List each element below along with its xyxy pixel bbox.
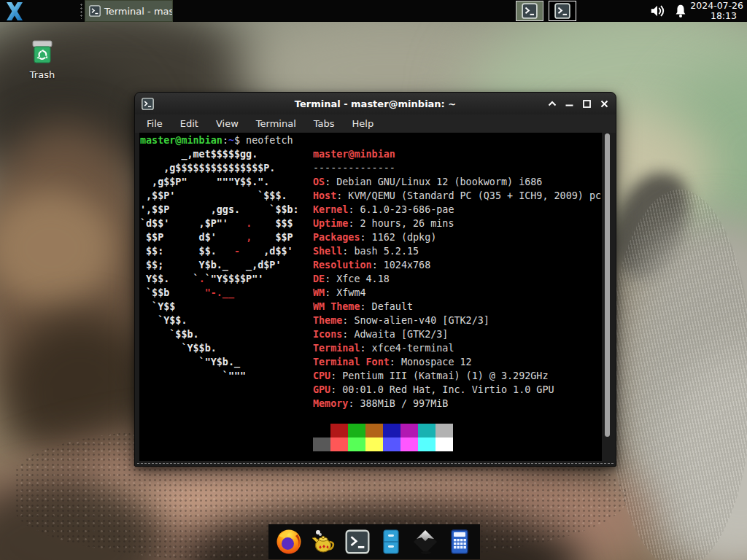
prompt-command: neofetch (240, 135, 293, 146)
neofetch-info-line: Theme: Snow-alien-v40 [GTK2/3] (313, 314, 601, 327)
tray-terminal-2[interactable] (549, 1, 576, 21)
palette-swatch (365, 438, 383, 451)
shell-prompt: master@minbian:~$ neofetch (140, 133, 293, 147)
neofetch-ascii-logo: _,met$$$$$gg. ,g$$$$$$$$$$$$$$$P. ,g$$P"… (140, 147, 299, 383)
neofetch-header: master@minbian (313, 147, 601, 161)
menu-file[interactable]: File (138, 114, 171, 133)
neofetch-info-line: WM Theme: Default (313, 300, 601, 314)
palette-swatch (400, 424, 418, 438)
neofetch-info-line: Uptime: 2 hours, 26 mins (313, 217, 601, 230)
menu-view[interactable]: View (207, 114, 247, 133)
menu-help[interactable]: Help (344, 114, 383, 133)
close-button[interactable] (599, 98, 610, 109)
shade-button[interactable] (546, 98, 557, 109)
clock-date: 2024-07-26 (690, 1, 743, 11)
tray-terminal-1[interactable] (516, 1, 543, 21)
menu-terminal[interactable]: Terminal (247, 114, 305, 133)
maximize-icon (583, 100, 591, 108)
calculator-icon (447, 529, 472, 555)
terminal-icon (522, 3, 538, 19)
palette-swatch (418, 424, 436, 438)
x-logo[interactable] (4, 1, 26, 22)
neofetch-info: master@minbian--------------OS: Debian G… (313, 147, 601, 411)
panel-handle (80, 3, 83, 19)
palette-swatch (330, 438, 348, 451)
taskbar-button-label: Terminal - master@min... (104, 6, 173, 17)
palette-swatch (383, 438, 400, 451)
palette-swatch (436, 438, 453, 451)
palette-swatch (313, 438, 330, 451)
neofetch-color-palette (313, 424, 453, 451)
palette-swatch (383, 424, 400, 438)
dock-item-file-manager[interactable] (377, 528, 405, 556)
clock[interactable]: 2024-07-26 18:13 (690, 1, 743, 21)
palette-swatch (348, 438, 365, 451)
palette-swatch (348, 424, 365, 438)
neofetch-info-line: Packages: 1162 (dpkg) (313, 230, 601, 244)
dock-item-terminal[interactable] (344, 528, 371, 556)
minimize-button[interactable] (564, 98, 575, 109)
dock-item-firefox[interactable] (275, 528, 303, 556)
neofetch-info-line: CPU: Pentium III (Katmai) (1) @ 3.292GHz (313, 369, 601, 383)
neofetch-info-line: Terminal Font: Monospace 12 (313, 355, 601, 369)
chevron-up-icon (548, 101, 557, 106)
trash-desktop-icon[interactable]: Trash (19, 38, 66, 80)
window-titlebar[interactable]: Terminal - master@minbian: ~ (135, 93, 616, 114)
prompt-user-host: master@minbian (140, 135, 222, 146)
trash-icon (29, 38, 55, 66)
palette-swatch (330, 424, 348, 438)
terminal-window: Terminal - master@minbian: ~ (134, 92, 616, 467)
neofetch-info-line: Icons: Adwaita [GTK2/3] (313, 327, 601, 341)
maximize-button[interactable] (581, 98, 592, 109)
menu-bar: File Edit View Terminal Tabs Help (135, 114, 616, 133)
trash-label: Trash (19, 69, 66, 80)
terminal-icon (554, 3, 570, 19)
neofetch-info-line: GPU: 00:01.0 Red Hat, Inc. Virtio 1.0 GP… (313, 383, 601, 397)
taskbar-window-button[interactable]: Terminal - master@min... (85, 0, 173, 22)
neofetch-info-line: WM: Xfwm4 (313, 286, 601, 300)
prompt-path: ~ (228, 135, 234, 146)
scrollbar-thumb[interactable] (605, 133, 610, 437)
terminal-icon (89, 5, 101, 17)
neofetch-info-line: Shell: bash 5.2.15 (313, 244, 601, 258)
palette-swatch (418, 438, 436, 451)
firefox-icon (276, 529, 302, 555)
dock-item-calculator[interactable] (446, 528, 473, 556)
clock-time: 18:13 (690, 11, 743, 21)
palette-swatch (313, 424, 330, 438)
top-panel: Terminal - master@min... 2024-07-26 18:1… (0, 0, 747, 22)
neofetch-info-line: Host: KVM/QEMU (Standard PC (Q35 + ICH9,… (313, 189, 601, 203)
neofetch-info-line: OS: Debian GNU/Linux 12 (bookworm) i686 (313, 175, 601, 189)
dock-item-inkscape[interactable] (411, 528, 439, 556)
palette-swatch (400, 438, 418, 451)
file-manager-icon (379, 529, 403, 555)
dock (268, 524, 480, 559)
inkscape-icon (412, 529, 438, 555)
dock-item-teapot[interactable] (309, 528, 337, 556)
palette-swatch (436, 424, 453, 438)
neofetch-info-line: Resolution: 747x560 (313, 258, 601, 272)
menu-tabs[interactable]: Tabs (305, 114, 344, 133)
minimize-icon (565, 100, 573, 107)
neofetch-info-line: Terminal: xfce4-terminal (313, 341, 601, 355)
volume-icon[interactable] (649, 3, 665, 19)
close-icon (600, 100, 608, 108)
palette-swatch (365, 424, 383, 438)
menu-edit[interactable]: Edit (171, 114, 207, 133)
terminal-icon (345, 529, 370, 554)
bell-icon[interactable] (673, 3, 689, 19)
window-title: Terminal - master@minbian: ~ (135, 98, 616, 109)
neofetch-info-line: Kernel: 6.1.0-23-686-pae (313, 203, 601, 217)
teapot-icon (310, 529, 336, 555)
neofetch-info-line: Memory: 388MiB / 997MiB (313, 397, 601, 411)
neofetch-info-line: DE: Xfce 4.18 (313, 272, 601, 286)
